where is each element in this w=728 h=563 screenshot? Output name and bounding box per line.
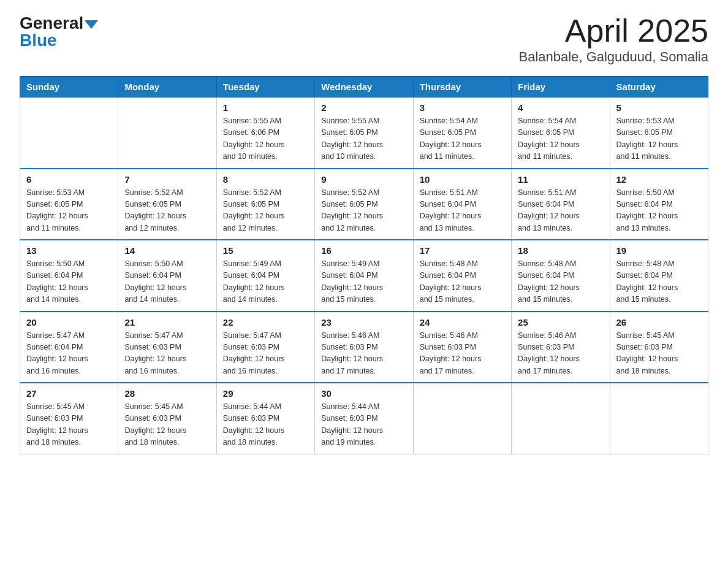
calendar-cell: 20Sunrise: 5:47 AM Sunset: 6:04 PM Dayli…: [20, 312, 118, 383]
day-info: Sunrise: 5:48 AM Sunset: 6:04 PM Dayligh…: [518, 258, 603, 306]
calendar-cell: 1Sunrise: 5:55 AM Sunset: 6:06 PM Daylig…: [216, 98, 314, 169]
calendar-cell: 9Sunrise: 5:52 AM Sunset: 6:05 PM Daylig…: [315, 169, 413, 240]
day-info: Sunrise: 5:50 AM Sunset: 6:04 PM Dayligh…: [616, 187, 702, 235]
day-info: Sunrise: 5:46 AM Sunset: 6:03 PM Dayligh…: [321, 330, 406, 378]
day-info: Sunrise: 5:54 AM Sunset: 6:05 PM Dayligh…: [420, 115, 505, 163]
day-number: 28: [124, 388, 210, 399]
calendar-cell: 19Sunrise: 5:48 AM Sunset: 6:04 PM Dayli…: [610, 240, 708, 312]
day-info: Sunrise: 5:50 AM Sunset: 6:04 PM Dayligh…: [124, 258, 210, 306]
day-number: 7: [124, 174, 210, 185]
weekday-header-row: SundayMondayTuesdayWednesdayThursdayFrid…: [20, 77, 708, 98]
calendar-cell: 22Sunrise: 5:47 AM Sunset: 6:03 PM Dayli…: [216, 312, 314, 383]
day-number: 23: [321, 317, 406, 327]
weekday-header-wednesday: Wednesday: [315, 77, 413, 98]
day-number: 15: [223, 245, 308, 256]
calendar-body: 1Sunrise: 5:55 AM Sunset: 6:06 PM Daylig…: [20, 98, 708, 454]
calendar-cell: 27Sunrise: 5:45 AM Sunset: 6:03 PM Dayli…: [20, 383, 118, 454]
day-number: 6: [26, 174, 112, 185]
day-number: 20: [26, 317, 112, 327]
calendar-title: April 2025: [519, 15, 708, 47]
calendar-cell: 6Sunrise: 5:53 AM Sunset: 6:05 PM Daylig…: [20, 169, 118, 240]
day-info: Sunrise: 5:53 AM Sunset: 6:05 PM Dayligh…: [26, 187, 112, 235]
day-number: 14: [124, 245, 210, 256]
calendar-cell: [118, 98, 216, 169]
day-number: 8: [223, 174, 308, 185]
weekday-header-tuesday: Tuesday: [216, 77, 314, 98]
calendar-cell: [413, 383, 511, 454]
week-row-5: 27Sunrise: 5:45 AM Sunset: 6:03 PM Dayli…: [20, 383, 708, 454]
page-header: General Blue April 2025 Balanbale, Galgu…: [20, 15, 708, 65]
calendar-cell: 23Sunrise: 5:46 AM Sunset: 6:03 PM Dayli…: [315, 312, 413, 383]
day-info: Sunrise: 5:52 AM Sunset: 6:05 PM Dayligh…: [124, 187, 210, 235]
logo-blue-text: Blue: [20, 32, 57, 49]
day-info: Sunrise: 5:45 AM Sunset: 6:03 PM Dayligh…: [26, 401, 112, 449]
calendar-cell: 17Sunrise: 5:48 AM Sunset: 6:04 PM Dayli…: [413, 240, 511, 312]
calendar-cell: 7Sunrise: 5:52 AM Sunset: 6:05 PM Daylig…: [118, 169, 216, 240]
day-info: Sunrise: 5:51 AM Sunset: 6:04 PM Dayligh…: [518, 187, 603, 235]
day-info: Sunrise: 5:46 AM Sunset: 6:03 PM Dayligh…: [420, 330, 505, 378]
title-block: April 2025 Balanbale, Galguduud, Somalia: [519, 15, 708, 65]
day-number: 13: [26, 245, 112, 256]
day-number: 22: [223, 317, 308, 327]
day-info: Sunrise: 5:48 AM Sunset: 6:04 PM Dayligh…: [420, 258, 505, 306]
calendar-cell: 24Sunrise: 5:46 AM Sunset: 6:03 PM Dayli…: [413, 312, 511, 383]
day-info: Sunrise: 5:44 AM Sunset: 6:03 PM Dayligh…: [223, 401, 308, 449]
logo-arrow-icon: [85, 20, 98, 29]
calendar-cell: 4Sunrise: 5:54 AM Sunset: 6:05 PM Daylig…: [512, 98, 610, 169]
day-number: 26: [616, 317, 702, 327]
day-info: Sunrise: 5:53 AM Sunset: 6:05 PM Dayligh…: [616, 115, 702, 163]
day-info: Sunrise: 5:44 AM Sunset: 6:03 PM Dayligh…: [321, 401, 406, 449]
day-info: Sunrise: 5:49 AM Sunset: 6:04 PM Dayligh…: [223, 258, 308, 306]
week-row-3: 13Sunrise: 5:50 AM Sunset: 6:04 PM Dayli…: [20, 240, 708, 312]
calendar-cell: 29Sunrise: 5:44 AM Sunset: 6:03 PM Dayli…: [216, 383, 314, 454]
day-number: 25: [518, 317, 603, 327]
calendar-cell: 11Sunrise: 5:51 AM Sunset: 6:04 PM Dayli…: [512, 169, 610, 240]
calendar-cell: 21Sunrise: 5:47 AM Sunset: 6:03 PM Dayli…: [118, 312, 216, 383]
day-number: 17: [420, 245, 505, 256]
day-info: Sunrise: 5:45 AM Sunset: 6:03 PM Dayligh…: [124, 401, 210, 449]
weekday-header-saturday: Saturday: [610, 77, 708, 98]
day-info: Sunrise: 5:47 AM Sunset: 6:04 PM Dayligh…: [26, 330, 112, 378]
day-info: Sunrise: 5:54 AM Sunset: 6:05 PM Dayligh…: [518, 115, 603, 163]
calendar-cell: [20, 98, 118, 169]
calendar-cell: 28Sunrise: 5:45 AM Sunset: 6:03 PM Dayli…: [118, 383, 216, 454]
day-number: 16: [321, 245, 406, 256]
day-info: Sunrise: 5:52 AM Sunset: 6:05 PM Dayligh…: [321, 187, 406, 235]
calendar-cell: 16Sunrise: 5:49 AM Sunset: 6:04 PM Dayli…: [315, 240, 413, 312]
weekday-header-thursday: Thursday: [413, 77, 511, 98]
day-number: 3: [420, 102, 505, 113]
day-number: 27: [26, 388, 112, 399]
day-number: 24: [420, 317, 505, 327]
day-number: 18: [518, 245, 603, 256]
calendar-cell: [512, 383, 610, 454]
calendar-cell: 15Sunrise: 5:49 AM Sunset: 6:04 PM Dayli…: [216, 240, 314, 312]
day-info: Sunrise: 5:45 AM Sunset: 6:03 PM Dayligh…: [616, 330, 702, 378]
day-number: 12: [616, 174, 702, 185]
week-row-4: 20Sunrise: 5:47 AM Sunset: 6:04 PM Dayli…: [20, 312, 708, 383]
day-number: 2: [321, 102, 406, 113]
logo-general-text: General: [20, 15, 83, 32]
calendar-cell: 3Sunrise: 5:54 AM Sunset: 6:05 PM Daylig…: [413, 98, 511, 169]
calendar-subtitle: Balanbale, Galguduud, Somalia: [519, 49, 708, 65]
calendar-cell: 13Sunrise: 5:50 AM Sunset: 6:04 PM Dayli…: [20, 240, 118, 312]
calendar-header: SundayMondayTuesdayWednesdayThursdayFrid…: [20, 77, 708, 98]
weekday-header-friday: Friday: [512, 77, 610, 98]
calendar-cell: 18Sunrise: 5:48 AM Sunset: 6:04 PM Dayli…: [512, 240, 610, 312]
day-number: 21: [124, 317, 210, 327]
calendar-cell: 30Sunrise: 5:44 AM Sunset: 6:03 PM Dayli…: [315, 383, 413, 454]
calendar-cell: 25Sunrise: 5:46 AM Sunset: 6:03 PM Dayli…: [512, 312, 610, 383]
weekday-header-monday: Monday: [118, 77, 216, 98]
day-number: 1: [223, 102, 308, 113]
day-number: 5: [616, 102, 702, 113]
logo: General Blue: [20, 15, 98, 49]
day-number: 30: [321, 388, 406, 399]
day-info: Sunrise: 5:51 AM Sunset: 6:04 PM Dayligh…: [420, 187, 505, 235]
day-number: 9: [321, 174, 406, 185]
day-info: Sunrise: 5:55 AM Sunset: 6:06 PM Dayligh…: [223, 115, 308, 163]
day-info: Sunrise: 5:46 AM Sunset: 6:03 PM Dayligh…: [518, 330, 603, 378]
day-number: 11: [518, 174, 603, 185]
calendar-cell: 5Sunrise: 5:53 AM Sunset: 6:05 PM Daylig…: [610, 98, 708, 169]
calendar-cell: [610, 383, 708, 454]
day-number: 10: [420, 174, 505, 185]
week-row-2: 6Sunrise: 5:53 AM Sunset: 6:05 PM Daylig…: [20, 169, 708, 240]
